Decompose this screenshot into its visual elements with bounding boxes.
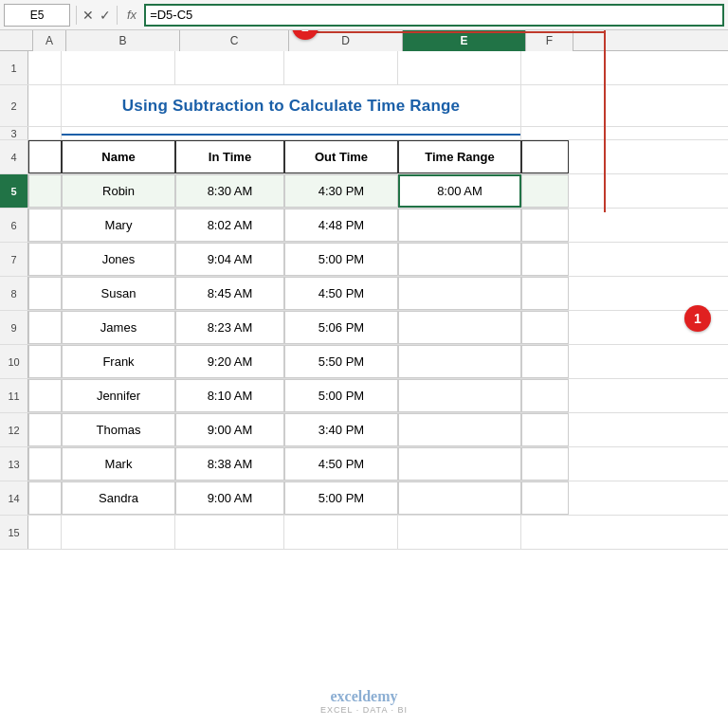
cell-c12[interactable]: 9:00 AM [175,413,284,446]
cell-b15[interactable] [62,516,175,549]
cell-c10[interactable]: 9:20 AM [175,345,284,378]
cell-e10[interactable] [398,345,521,378]
rownum-8: 8 [0,277,28,310]
cell-a1[interactable] [28,51,62,84]
cell-f4[interactable] [521,140,569,173]
cell-b11[interactable]: Jennifer [62,379,175,412]
cell-d15[interactable] [284,516,398,549]
cell-e11[interactable] [398,379,521,412]
cell-c9[interactable]: 8:23 AM [175,311,284,344]
cell-f15[interactable] [521,516,569,549]
cell-c11[interactable]: 8:10 AM [175,379,284,412]
name-mark: Mark [105,457,133,471]
cell-e1[interactable] [398,51,521,84]
cell-e9[interactable] [398,311,521,344]
cell-f3[interactable] [521,127,569,139]
cell-b3-merged[interactable] [62,127,521,139]
cell-b8[interactable]: Susan [62,277,175,310]
cell-a14[interactable] [28,481,62,515]
cell-e8[interactable] [398,277,521,310]
cell-e7[interactable] [398,243,521,276]
cell-d8[interactable]: 4:50 PM [284,277,398,310]
cell-e4[interactable]: Time Range [398,140,521,173]
cell-a8[interactable] [28,277,62,310]
cell-c6[interactable]: 8:02 AM [175,209,284,242]
cell-a10[interactable] [28,345,62,378]
cell-f9[interactable] [521,311,569,344]
cell-b14[interactable]: Sandra [62,481,175,515]
cell-d11[interactable]: 5:00 PM [284,379,398,412]
col-header-c[interactable]: C [180,30,289,51]
cell-f8[interactable] [521,277,569,310]
cell-f10[interactable] [521,345,569,378]
cell-e6[interactable] [398,209,521,242]
cell-a12[interactable] [28,413,62,446]
cell-f7[interactable] [521,243,569,276]
cell-f14[interactable] [521,481,569,515]
cell-a7[interactable] [28,243,62,276]
cell-c15[interactable] [175,516,284,549]
outtime-jones: 5:00 PM [318,252,364,266]
header-name: Name [101,150,135,164]
cell-c8[interactable]: 8:45 AM [175,277,284,310]
cell-b10[interactable]: Frank [62,345,175,378]
formula-input[interactable] [144,4,724,27]
cell-a9[interactable] [28,311,62,344]
col-header-a[interactable]: A [33,30,66,51]
cell-a6[interactable] [28,209,62,242]
cell-d5[interactable]: 4:30 PM [284,174,398,208]
cell-d4[interactable]: Out Time [284,140,398,173]
cell-d10[interactable]: 5:50 PM [284,345,398,378]
cell-b1[interactable] [62,51,175,84]
name-box[interactable]: E5 [4,4,70,27]
col-header-b[interactable]: B [66,30,180,51]
cell-b13[interactable]: Mark [62,447,175,481]
cell-d12[interactable]: 3:40 PM [284,413,398,446]
cell-d9[interactable]: 5:06 PM [284,311,398,344]
cell-c5[interactable]: 8:30 AM [175,174,284,208]
cell-b2-merged[interactable]: Using Subtraction to Calculate Time Rang… [62,85,521,126]
cell-e12[interactable] [398,413,521,446]
cell-f11[interactable] [521,379,569,412]
cell-a5[interactable] [28,174,62,208]
cell-d6[interactable]: 4:48 PM [284,209,398,242]
cell-a4[interactable] [28,140,62,173]
cell-f6[interactable] [521,209,569,242]
cell-d14[interactable]: 5:00 PM [284,481,398,515]
cell-f2[interactable] [521,85,569,126]
cell-b5[interactable]: Robin [62,174,175,208]
cell-e15[interactable] [398,516,521,549]
confirm-icon[interactable]: ✓ [100,8,111,23]
cell-c4[interactable]: In Time [175,140,284,173]
cell-c13[interactable]: 8:38 AM [175,447,284,481]
cell-d7[interactable]: 5:00 PM [284,243,398,276]
rows-area: 1 2 Using Subtraction to Calculate Time … [0,51,728,726]
cell-a13[interactable] [28,447,62,481]
cell-f13[interactable] [521,447,569,481]
cell-b6[interactable]: Mary [62,209,175,242]
cell-e5[interactable]: 8:00 AM [398,174,521,208]
cell-c1[interactable] [175,51,284,84]
cell-c7[interactable]: 9:04 AM [175,243,284,276]
col-header-e[interactable]: E [403,30,526,51]
cell-f1[interactable] [521,51,569,84]
cell-b9[interactable]: James [62,311,175,344]
cell-d1[interactable] [284,51,398,84]
cell-f12[interactable] [521,413,569,446]
cell-a3[interactable] [28,127,62,139]
cell-b4[interactable]: Name [62,140,175,173]
cell-e13[interactable] [398,447,521,481]
cancel-icon[interactable]: ✕ [82,8,94,23]
cell-b7[interactable]: Jones [62,243,175,276]
cell-d13[interactable]: 4:50 PM [284,447,398,481]
cell-a2[interactable] [28,85,62,126]
col-header-f[interactable]: F [526,30,573,51]
cell-c14[interactable]: 9:00 AM [175,481,284,515]
outtime-jennifer: 5:00 PM [318,389,364,403]
cell-a15[interactable] [28,516,62,549]
cell-f5[interactable] [521,174,569,208]
cell-b12[interactable]: Thomas [62,413,175,446]
cell-e14[interactable] [398,481,521,515]
cell-a11[interactable] [28,379,62,412]
rownum-4: 4 [0,140,28,173]
